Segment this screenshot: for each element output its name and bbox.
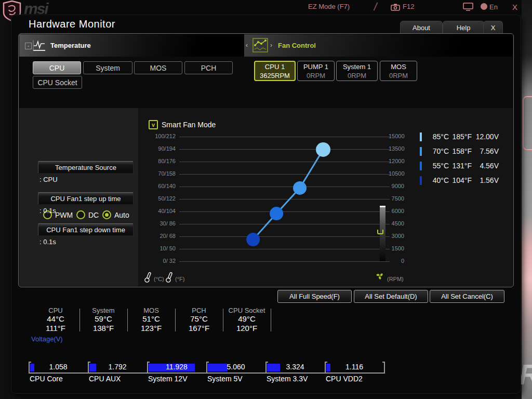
readout-cpu-socket: CPU Socket49°C120°F bbox=[225, 307, 269, 333]
fan-curve-point-40c[interactable] bbox=[246, 233, 260, 246]
monitor-icon[interactable] bbox=[463, 3, 473, 11]
fan-tab-label: MOS bbox=[391, 62, 406, 71]
gauge-value: 11.928 bbox=[147, 363, 206, 371]
window-button-about[interactable]: About bbox=[400, 21, 443, 34]
background-blur-shape bbox=[523, 96, 532, 150]
fan-tab-cpu-1[interactable]: CPU 13625RPM bbox=[254, 61, 296, 81]
field-button-0[interactable]: Temperature Source bbox=[38, 161, 134, 174]
legend-voltage: 1.56V bbox=[473, 176, 499, 184]
collapse-checkbox[interactable]: ⌄ bbox=[25, 43, 32, 49]
ez-mode-button[interactable]: EZ Mode (F7) bbox=[308, 3, 350, 10]
temp-tab-cpu[interactable]: CPU bbox=[33, 61, 81, 74]
fan-curve-line bbox=[253, 150, 323, 240]
fan-tab-label: System 1 bbox=[343, 62, 371, 71]
next-section-arrow[interactable]: › bbox=[270, 42, 272, 49]
divider bbox=[374, 2, 378, 10]
legend-row: 55°C131°F4.56V bbox=[419, 160, 502, 175]
readout-celsius: 59°C bbox=[82, 314, 125, 324]
bios-top-bar: msi EZ Mode (F7) F12 En X bbox=[0, 0, 532, 15]
language-icon[interactable] bbox=[481, 3, 487, 10]
prev-section-arrow[interactable]: ‹ bbox=[246, 42, 248, 49]
fan-mode-radio-dc[interactable]: DC bbox=[76, 210, 99, 219]
smart-fan-checkbox[interactable]: v bbox=[149, 120, 158, 129]
fan-settings-pane: PWMDCAutoTemperature Source: CPUCPU Fan1… bbox=[19, 108, 138, 286]
radio-label: Auto bbox=[114, 211, 129, 219]
legend-voltage: 4.56V bbox=[473, 162, 499, 170]
fahrenheit-unit-label: (°F) bbox=[175, 276, 184, 282]
background-right-edge bbox=[522, 0, 532, 399]
temp-tab-system[interactable]: System bbox=[83, 61, 132, 74]
window-button-help[interactable]: Help bbox=[443, 21, 484, 34]
window-button-x[interactable]: X bbox=[483, 21, 503, 34]
readout-label: System bbox=[82, 307, 125, 314]
y-axis-label: 40/104 bbox=[145, 208, 176, 214]
action-button-2[interactable]: All Set Cancel(C) bbox=[430, 290, 504, 303]
legend-temp-c: 40°C bbox=[426, 176, 449, 184]
rpm-axis-label: 4500 bbox=[389, 220, 404, 227]
y-axis-label: 30/ 86 bbox=[145, 220, 176, 227]
temp-tab-mos[interactable]: MOS bbox=[134, 61, 182, 74]
fan-tab-pump-1[interactable]: PUMP 10RPM bbox=[297, 61, 335, 81]
gauge-end-tick bbox=[384, 362, 385, 373]
language-label[interactable]: En bbox=[489, 3, 498, 11]
field-button-1[interactable]: CPU Fan1 step up time bbox=[38, 192, 134, 205]
rpm-axis-label: 10500 bbox=[389, 170, 404, 177]
temperature-section-title: Temperature bbox=[50, 42, 91, 49]
fan-curve-point-55c[interactable] bbox=[270, 207, 283, 220]
readout-fahrenheit: 120°F bbox=[225, 324, 269, 333]
temp-tab-cpu-socket[interactable]: CPU Socket bbox=[33, 76, 82, 89]
rpm-axis-label: 3000 bbox=[389, 233, 404, 239]
y-axis-label: 60/140 bbox=[145, 183, 176, 189]
legend-color-bar bbox=[420, 176, 422, 185]
gauge-label: CPU VDD2 bbox=[326, 375, 363, 383]
gauge-label: System 3.3V bbox=[267, 375, 308, 383]
fan-curve-point-70c[interactable] bbox=[293, 181, 307, 195]
readout-system: System59°C138°F bbox=[82, 307, 125, 333]
rpm-axis-label: 0 bbox=[389, 258, 404, 264]
temp-tab-pch[interactable]: PCH bbox=[184, 61, 233, 74]
screen: msi EZ Mode (F7) F12 En X R Hardware Mon… bbox=[0, 0, 532, 399]
field-button-2[interactable]: CPU Fan1 step down time bbox=[38, 223, 134, 236]
fan-rpm-icon bbox=[375, 271, 384, 281]
y-axis-label: 100/212 bbox=[145, 133, 176, 139]
fan-tab-rpm: 3625RPM bbox=[260, 71, 290, 80]
radio-label: DC bbox=[88, 211, 99, 219]
fan-curve-point-85c[interactable] bbox=[316, 142, 330, 157]
readout-celsius: 49°C bbox=[225, 314, 269, 324]
readout-celsius: 44°C bbox=[34, 314, 77, 324]
screenshot-camera-icon[interactable] bbox=[391, 4, 400, 11]
y-axis-label: 70/158 bbox=[145, 170, 176, 177]
fan-tab-system-1[interactable]: System 10RPM bbox=[336, 61, 378, 81]
gauge-end-stub bbox=[382, 362, 385, 363]
fan-curve-chart: 100/2121500090/1941350080/1761200070/158… bbox=[145, 132, 408, 262]
fan-tab-mos[interactable]: MOS0RPM bbox=[380, 61, 417, 81]
y-axis-label: 0/ 32 bbox=[145, 258, 176, 264]
gauge-label: CPU Core bbox=[30, 375, 63, 383]
y-axis-label: 90/194 bbox=[145, 145, 176, 152]
temperature-graph-icon bbox=[32, 39, 46, 52]
readout-label: MOS bbox=[129, 307, 173, 314]
bios-close-icon[interactable]: X bbox=[512, 3, 517, 11]
legend-temp-f: 131°F bbox=[450, 162, 472, 170]
gauge-label: System 12V bbox=[148, 375, 187, 383]
field-value-2: : 0.1s bbox=[39, 238, 56, 246]
fan-mode-radio-auto[interactable]: Auto bbox=[102, 210, 129, 219]
rpm-unit-label: (RPM) bbox=[387, 276, 404, 282]
readout-cpu: CPU44°C111°F bbox=[34, 307, 77, 333]
legend-row: 70°C158°F7.56V bbox=[419, 145, 502, 160]
fan-section-title: Fan Control bbox=[278, 42, 316, 49]
fan-tab-label: PUMP 1 bbox=[303, 62, 328, 71]
action-button-1[interactable]: All Set Default(D) bbox=[354, 290, 428, 303]
action-button-0[interactable]: All Full Speed(F) bbox=[277, 290, 352, 303]
readout-celsius: 75°C bbox=[177, 314, 221, 324]
readout-label: PCH bbox=[177, 307, 221, 314]
readout-separator bbox=[271, 309, 271, 331]
gauge-value: 1.116 bbox=[325, 363, 384, 371]
radio-label: PWM bbox=[55, 211, 73, 219]
gauge-value: 5.060 bbox=[206, 363, 265, 371]
fan-curve-svg bbox=[179, 132, 390, 265]
readout-mos: MOS51°C123°F bbox=[129, 307, 173, 333]
rpm-axis-label: 1500 bbox=[389, 245, 404, 251]
readout-separator bbox=[79, 309, 80, 331]
thermometer-fahrenheit-icon bbox=[166, 272, 173, 283]
